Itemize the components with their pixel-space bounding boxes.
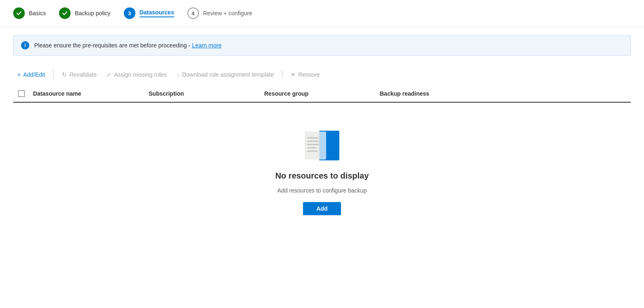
svg-rect-10 — [307, 141, 319, 142]
learn-more-link[interactable]: Learn more — [192, 42, 222, 49]
remove-button[interactable]: ✕ Remove — [286, 69, 324, 80]
add-edit-label: Add/Edit — [23, 71, 45, 78]
step-backup-policy[interactable]: Backup policy — [59, 7, 110, 19]
download-label: Download role assignment template — [182, 71, 274, 78]
step-basics-label: Basics — [29, 10, 46, 16]
step-backup-policy-circle — [59, 7, 71, 19]
col-header-resource-group: Resource group — [261, 89, 376, 99]
step-datasources[interactable]: 3 Datasources — [124, 7, 174, 19]
checkmark-icon: ✓ — [107, 71, 111, 78]
download-icon: ↓ — [177, 71, 180, 78]
empty-state-title: No resources to display — [275, 171, 369, 181]
col-header-subscription: Subscription — [145, 89, 261, 99]
svg-rect-9 — [307, 137, 319, 139]
step-datasources-label: Datasources — [140, 9, 174, 17]
plus-icon: + — [17, 71, 21, 78]
revalidate-button[interactable]: ↻ Revalidate — [58, 69, 101, 80]
step-review-configure-circle: 4 — [187, 7, 199, 19]
toolbar-sep-2 — [282, 71, 282, 79]
select-all-checkbox-col[interactable] — [13, 89, 30, 99]
toolbar-sep-1 — [53, 71, 54, 79]
svg-rect-12 — [307, 147, 316, 148]
download-template-button[interactable]: ↓ Download role assignment template — [173, 69, 278, 80]
remove-label: Remove — [298, 71, 320, 78]
remove-icon: ✕ — [291, 71, 296, 78]
step-review-configure-label: Review + configure — [203, 10, 252, 16]
datasources-table: Datasource name Subscription Resource gr… — [13, 85, 631, 240]
toolbar: + Add/Edit ↻ Revalidate ✓ Assign missing… — [0, 64, 644, 85]
select-all-checkbox[interactable] — [18, 90, 25, 97]
wizard-steps-bar: Basics Backup policy 3 Datasources 4 Rev… — [0, 0, 644, 27]
step-basics-circle — [13, 7, 25, 19]
info-banner-text: Please ensure the pre-requisites are met… — [34, 42, 222, 49]
svg-rect-11 — [307, 144, 319, 145]
book-icon — [301, 127, 343, 165]
assign-roles-button[interactable]: ✓ Assign missing roles — [102, 69, 171, 80]
col-header-backup-readiness: Backup readiness — [376, 89, 492, 99]
step-basics[interactable]: Basics — [13, 7, 46, 19]
svg-rect-8 — [305, 132, 326, 160]
info-icon: i — [21, 41, 29, 49]
table-header: Datasource name Subscription Resource gr… — [13, 85, 631, 103]
revalidate-icon: ↻ — [62, 71, 67, 78]
empty-state: No resources to display Add resources to… — [13, 103, 631, 240]
step-datasources-circle: 3 — [124, 7, 135, 19]
revalidate-label: Revalidate — [69, 71, 97, 78]
assign-roles-label: Assign missing roles — [114, 71, 167, 78]
add-edit-button[interactable]: + Add/Edit — [13, 69, 49, 80]
empty-state-subtitle: Add resources to configure backup — [277, 187, 367, 194]
step-backup-policy-label: Backup policy — [75, 10, 110, 16]
col-header-datasource-name: Datasource name — [30, 89, 145, 99]
step-review-configure[interactable]: 4 Review + configure — [187, 7, 252, 19]
info-banner: i Please ensure the pre-requisites are m… — [13, 35, 631, 56]
add-resources-button[interactable]: Add — [303, 202, 341, 215]
svg-rect-13 — [307, 150, 318, 152]
